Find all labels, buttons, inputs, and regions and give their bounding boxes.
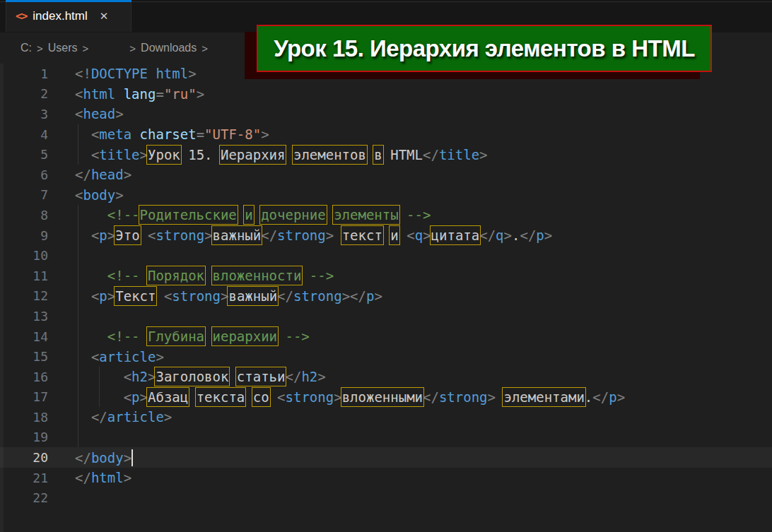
- token: [399, 227, 407, 243]
- code-line[interactable]: 13: [0, 306, 772, 326]
- token: <: [124, 369, 131, 384]
- unicode-highlight-box: Заголовок: [154, 367, 230, 386]
- unicode-highlight-box: со: [252, 387, 271, 407]
- token: >: [326, 227, 334, 243]
- line-number: 16: [0, 370, 48, 384]
- indent-guide: [78, 427, 78, 448]
- code-line[interactable]: 2<html lang="ru">: [0, 84, 772, 105]
- code-line[interactable]: 11 <!-- Порядок вложенности -->: [0, 266, 772, 286]
- token: h2: [301, 369, 317, 384]
- code-text: <p>Абзац текста со <strong>вложенными</s…: [48, 389, 625, 405]
- token: <: [75, 187, 83, 203]
- text-cursor: [131, 449, 133, 466]
- token: DOCTYPE: [91, 66, 148, 81]
- breadcrumb-item-c[interactable]: C:: [21, 42, 32, 54]
- code-line[interactable]: 9 <p>Это <strong>важный</strong> текст и…: [0, 225, 772, 246]
- line-number: 15: [0, 349, 48, 364]
- token: head: [91, 167, 124, 182]
- line-number: 3: [0, 107, 48, 122]
- vscode-window: <> index.html ✕ C:>Users>>Downloads> 1<!…: [0, 0, 772, 532]
- breadcrumb-item-users[interactable]: Users: [48, 42, 78, 54]
- line-number: 20: [0, 450, 48, 465]
- line-number: 9: [0, 228, 48, 243]
- indent-guide: [78, 407, 78, 427]
- line-number: 14: [0, 329, 48, 344]
- code-line[interactable]: 17 <p>Абзац текста со <strong>вложенными…: [0, 387, 772, 408]
- line-number: 8: [0, 208, 48, 223]
- token: title: [99, 147, 139, 162]
- code-line[interactable]: 22: [0, 487, 772, 508]
- code-text: </article>: [48, 409, 172, 425]
- line-number: 19: [0, 430, 48, 444]
- token: <!--: [107, 268, 148, 283]
- token: charset: [140, 126, 197, 142]
- code-text: <html lang="ru">: [48, 86, 204, 102]
- indent-guide: [78, 286, 78, 307]
- token: title: [439, 147, 479, 162]
- code-line[interactable]: 8 <!--Родительские и дочерние элементы -…: [0, 205, 772, 225]
- code-line[interactable]: 6</head>: [0, 165, 772, 185]
- code-line[interactable]: 20</body>: [0, 447, 772, 468]
- code-text: <!-- Глубина иерархии -->: [48, 329, 310, 344]
- token: >: [124, 167, 131, 182]
- token: >: [617, 389, 625, 405]
- line-number: 13: [0, 309, 48, 324]
- indent-guide: [99, 387, 100, 408]
- code-line[interactable]: 18 </article>: [0, 407, 772, 427]
- token: [140, 227, 148, 243]
- token: strong: [156, 227, 204, 243]
- code-line[interactable]: 7<body>: [0, 185, 772, 206]
- unicode-highlight-box: вложенными: [341, 387, 424, 407]
- code-text: <article>: [48, 349, 164, 365]
- code-line[interactable]: 19: [0, 427, 772, 448]
- lesson-title-text: Урок 15. Иерархия элементов в HTML: [274, 35, 695, 62]
- token: q: [496, 227, 503, 243]
- code-text: </body>: [48, 449, 133, 466]
- token: >: [342, 288, 350, 304]
- code-line[interactable]: 14 <!-- Глубина иерархии -->: [0, 326, 772, 347]
- token: [75, 329, 107, 344]
- chevron-right-icon: >: [201, 42, 208, 54]
- token: <: [75, 106, 83, 122]
- token: strong: [439, 389, 488, 405]
- tab-index-html[interactable]: <> index.html ✕: [6, 0, 131, 32]
- token: >: [261, 126, 269, 142]
- token: p: [609, 389, 616, 405]
- token: [115, 86, 123, 102]
- code-line[interactable]: 12 <p>Текст <strong>важный</strong></p>: [0, 286, 772, 307]
- line-number: 12: [0, 288, 48, 303]
- token: [131, 126, 139, 142]
- unicode-highlight-box: Глубина: [146, 326, 206, 346]
- token: </: [592, 389, 609, 405]
- code-line[interactable]: 4 <meta charset="UTF-8">: [0, 124, 772, 145]
- code-line[interactable]: 16 <h2>Заголовок статьи</h2>: [0, 367, 772, 387]
- code-line[interactable]: 3<head>: [0, 104, 772, 124]
- indent-guide: [78, 306, 78, 326]
- chevron-right-icon: >: [83, 42, 89, 54]
- code-text: <meta charset="UTF-8">: [48, 126, 269, 142]
- token: h2: [131, 369, 148, 384]
- breadcrumb-item-downloads[interactable]: Downloads: [141, 42, 197, 54]
- token: <: [91, 349, 99, 365]
- token: >: [544, 227, 552, 243]
- close-icon[interactable]: ✕: [100, 10, 109, 23]
- token: <: [91, 147, 99, 162]
- token: </: [520, 227, 536, 243]
- line-number: 18: [0, 410, 48, 425]
- token: >: [124, 450, 131, 466]
- code-line[interactable]: 10: [0, 245, 772, 266]
- unicode-highlight-box: текста: [195, 387, 247, 407]
- indent-guide: [99, 367, 100, 387]
- token: <: [91, 126, 99, 142]
- token: </: [261, 227, 277, 243]
- code-line[interactable]: 5 <title>Урок 15. Иерархия элементов в H…: [0, 144, 772, 165]
- token: 15.: [180, 147, 221, 162]
- token: meta: [99, 126, 131, 142]
- line-number: 7: [0, 187, 48, 202]
- code-line[interactable]: 15 <article>: [0, 346, 772, 367]
- unicode-highlight-box: цитата: [430, 225, 481, 245]
- token: >: [504, 227, 512, 243]
- chevron-right-icon: >: [37, 42, 43, 54]
- token: html: [83, 86, 115, 102]
- code-line[interactable]: 21</html>: [0, 468, 772, 488]
